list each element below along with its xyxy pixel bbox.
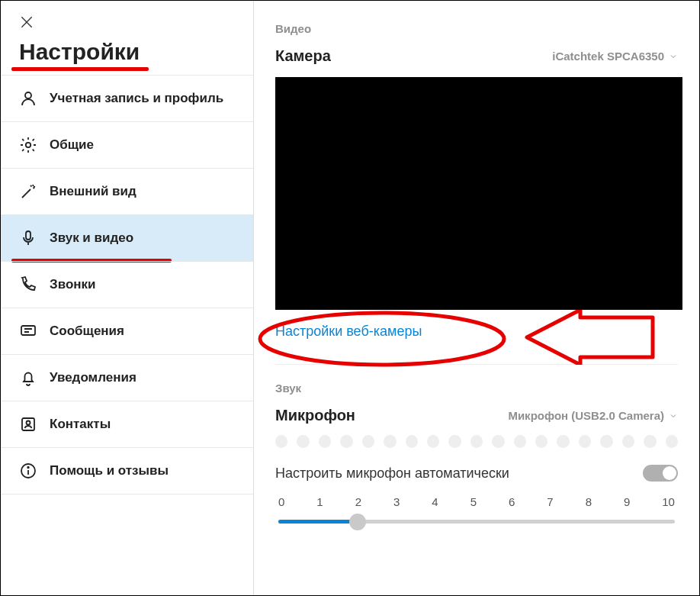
bell-icon xyxy=(19,369,37,387)
annotation-ellipse xyxy=(254,308,512,369)
svg-rect-5 xyxy=(21,326,35,335)
svg-rect-4 xyxy=(26,231,31,240)
slider-thumb[interactable] xyxy=(349,514,366,530)
chevron-down-icon xyxy=(669,411,678,420)
auto-adjust-toggle[interactable] xyxy=(643,465,678,482)
annotation-arrow xyxy=(519,310,657,365)
sidebar-item-label: Сообщения xyxy=(50,323,124,339)
mic-level-meter xyxy=(275,435,678,448)
close-button[interactable] xyxy=(1,1,253,39)
camera-dropdown[interactable]: iCatchtek SPCA6350 xyxy=(552,50,678,63)
sidebar-item-messages[interactable]: Сообщения xyxy=(1,308,253,355)
sidebar-item-calls[interactable]: Звонки xyxy=(1,261,253,308)
phone-icon xyxy=(19,275,37,294)
sidebar-item-label: Звонки xyxy=(50,276,96,292)
sidebar-item-account[interactable]: Учетная запись и профиль xyxy=(1,75,253,122)
svg-point-7 xyxy=(27,421,31,425)
info-icon xyxy=(19,462,37,480)
auto-adjust-label: Настроить микрофон автоматически xyxy=(275,466,509,482)
person-icon xyxy=(19,89,37,108)
mic-value: Микрофон (USB2.0 Camera) xyxy=(508,409,664,422)
sidebar-item-label: Учетная запись и профиль xyxy=(50,90,223,106)
video-section-label: Видео xyxy=(275,22,678,35)
sidebar-item-audio-video[interactable]: Звук и видео xyxy=(1,214,253,262)
close-icon xyxy=(19,14,34,30)
sound-section-label: Звук xyxy=(275,382,678,395)
webcam-settings-link[interactable]: Настройки веб-камеры xyxy=(275,324,422,339)
sidebar-item-label: Помощь и отзывы xyxy=(50,462,169,478)
contacts-icon xyxy=(19,415,37,433)
svg-point-2 xyxy=(25,92,31,98)
mic-dropdown[interactable]: Микрофон (USB2.0 Camera) xyxy=(508,409,678,422)
annotation-underline-title xyxy=(11,67,149,71)
microphone-icon xyxy=(19,229,37,247)
camera-label: Камера xyxy=(275,47,331,65)
svg-point-10 xyxy=(27,467,29,469)
sidebar-item-notifications[interactable]: Уведомления xyxy=(1,354,253,401)
page-title: Настройки xyxy=(19,39,235,65)
slider-scale: 012345678910 xyxy=(278,495,675,508)
chat-icon xyxy=(19,322,37,340)
sidebar-item-appearance[interactable]: Внешний вид xyxy=(1,168,253,215)
sidebar-item-general[interactable]: Общие xyxy=(1,121,253,169)
mic-volume-slider[interactable] xyxy=(278,513,675,530)
sidebar-item-label: Звук и видео xyxy=(50,230,133,246)
camera-preview xyxy=(275,77,682,310)
svg-point-11 xyxy=(260,313,504,365)
wand-icon xyxy=(19,182,37,201)
sidebar-item-label: Общие xyxy=(50,137,94,153)
camera-value: iCatchtek SPCA6350 xyxy=(552,50,664,63)
gear-icon xyxy=(19,136,37,154)
sidebar-item-help[interactable]: Помощь и отзывы xyxy=(1,447,253,495)
sidebar-item-label: Контакты xyxy=(50,416,111,432)
sidebar-item-label: Уведомления xyxy=(50,369,136,385)
chevron-down-icon xyxy=(669,52,678,61)
svg-point-3 xyxy=(26,143,31,147)
sidebar-item-contacts[interactable]: Контакты xyxy=(1,401,253,448)
mic-label: Микрофон xyxy=(275,407,355,424)
sidebar-item-label: Внешний вид xyxy=(50,183,136,199)
